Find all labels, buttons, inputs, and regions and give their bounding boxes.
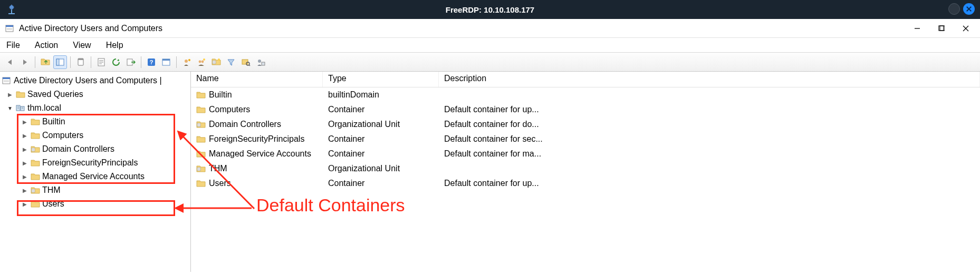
domain-icon: [16, 104, 25, 112]
menu-view[interactable]: View: [71, 40, 93, 51]
list-item[interactable]: UsersContainerDefault container for up..…: [191, 176, 980, 191]
tree-label: Users: [42, 199, 64, 209]
list-item[interactable]: Managed Service AccountsContainerDefault…: [191, 146, 980, 161]
tree-root[interactable]: Active Directory Users and Computers |: [1, 74, 189, 87]
folder-icon: [31, 200, 40, 208]
list-item[interactable]: ForeignSecurityPrincipalsContainerDefaul…: [191, 132, 980, 146]
add-to-group-button[interactable]: [254, 55, 267, 69]
help-button[interactable]: ?: [145, 55, 158, 69]
expand-icon[interactable]: ▶: [21, 132, 28, 139]
outer-close-button[interactable]: [963, 3, 975, 15]
expand-icon[interactable]: ▶: [21, 118, 28, 125]
properties-button[interactable]: [94, 55, 108, 69]
expand-icon[interactable]: ▶: [21, 159, 28, 167]
folder-icon: [196, 179, 206, 188]
item-description: [439, 94, 980, 96]
outer-minimize-button[interactable]: [948, 3, 960, 15]
folder-icon: [196, 135, 206, 143]
list-item[interactable]: BuiltinbuiltinDomain: [191, 87, 980, 102]
svg-rect-16: [162, 59, 170, 61]
ou-icon: [31, 145, 40, 153]
window-titlebar: Active Directory Users and Computers: [0, 19, 980, 38]
tree-builtin[interactable]: ▶ Builtin: [1, 115, 189, 129]
list-item[interactable]: Domain ControllersOrganizational UnitDef…: [191, 117, 980, 132]
expand-icon[interactable]: ▶: [21, 187, 28, 194]
item-description: Default container for up...: [439, 104, 980, 115]
up-level-button[interactable]: [39, 55, 52, 69]
main-area: Active Directory Users and Computers | ▶…: [0, 72, 980, 272]
new-ou-button[interactable]: [209, 55, 223, 69]
expand-icon[interactable]: ▶: [21, 200, 28, 208]
item-name: ForeignSecurityPrincipals: [209, 134, 304, 144]
column-name[interactable]: Name: [191, 72, 323, 87]
tree-thm[interactable]: ▶ THM: [1, 183, 189, 197]
item-name: Managed Service Accounts: [209, 149, 311, 159]
item-type: Container: [323, 148, 439, 160]
new-user-button[interactable]: [180, 55, 194, 69]
collapse-icon[interactable]: ▼: [6, 104, 14, 112]
mmc-icon: [2, 76, 12, 85]
app-icon: [5, 3, 18, 16]
item-name: Domain Controllers: [209, 120, 281, 129]
tree-domain-controllers[interactable]: ▶ Domain Controllers: [1, 142, 189, 156]
outer-titlebar: FreeRDP: 10.10.108.177: [0, 0, 980, 19]
svg-rect-6: [940, 26, 945, 31]
list-item[interactable]: THMOrganizational Unit: [191, 161, 980, 176]
menu-file[interactable]: File: [4, 40, 22, 51]
column-type[interactable]: Type: [323, 72, 439, 87]
folder-icon: [31, 172, 40, 181]
export-list-button[interactable]: [124, 55, 138, 69]
expand-icon[interactable]: ▶: [6, 91, 14, 98]
maximize-button[interactable]: [929, 21, 954, 36]
tree-label: Computers: [42, 131, 83, 140]
svg-rect-10: [78, 58, 83, 60]
item-name: THM: [209, 164, 227, 173]
ou-icon: [31, 186, 40, 194]
svg-point-21: [203, 58, 205, 61]
svg-rect-26: [262, 62, 265, 65]
mmc-icon: [5, 24, 15, 33]
toolbar: ?: [0, 53, 980, 72]
tree-msa[interactable]: ▶ Managed Service Accounts: [1, 170, 189, 183]
back-button[interactable]: [3, 55, 17, 69]
ou-icon: [196, 120, 206, 129]
item-description: Default container for ma...: [439, 148, 980, 160]
expand-icon[interactable]: ▶: [21, 173, 28, 180]
refresh-button[interactable]: [109, 55, 123, 69]
tree-label: thm.local: [27, 103, 61, 113]
menu-help[interactable]: Help: [104, 40, 126, 51]
tree-label: Managed Service Accounts: [42, 172, 145, 181]
folder-icon: [31, 131, 40, 140]
item-description: Default container for up...: [439, 178, 980, 189]
folder-icon: [31, 159, 40, 167]
item-type: Organizational Unit: [323, 163, 439, 174]
tree-computers[interactable]: ▶ Computers: [1, 129, 189, 142]
outer-title: FreeRDP: 10.10.108.177: [446, 5, 534, 14]
column-description[interactable]: Description: [439, 72, 980, 87]
expand-icon[interactable]: ▶: [21, 145, 28, 153]
close-button[interactable]: [954, 21, 978, 36]
ou-icon: [196, 164, 206, 173]
tree-domain[interactable]: ▼ thm.local: [1, 101, 189, 115]
item-type: builtinDomain: [323, 89, 439, 101]
minimize-button[interactable]: [905, 21, 929, 36]
tree-fsp[interactable]: ▶ ForeignSecurityPrincipals: [1, 156, 189, 170]
show-hide-tree-button[interactable]: [53, 55, 67, 69]
item-type: Container: [323, 178, 439, 189]
tree-saved-queries[interactable]: ▶ Saved Queries: [1, 87, 189, 101]
tree-users[interactable]: ▶ Users: [1, 197, 189, 211]
cut-button[interactable]: [74, 55, 88, 69]
forward-button[interactable]: [18, 55, 32, 69]
svg-point-17: [185, 60, 188, 63]
filter-button[interactable]: [224, 55, 238, 69]
list-item[interactable]: ComputersContainerDefault container for …: [191, 102, 980, 117]
list-pane: Name Type Description BuiltinbuiltinDoma…: [191, 72, 980, 272]
new-group-button[interactable]: [195, 55, 208, 69]
window-title: Active Directory Users and Computers: [19, 24, 162, 33]
tree-label: Saved Queries: [27, 90, 83, 99]
menu-action[interactable]: Action: [33, 40, 60, 51]
item-name: Users: [209, 179, 231, 188]
item-description: [439, 168, 980, 170]
find-button[interactable]: [159, 55, 173, 69]
search-button[interactable]: [239, 55, 253, 69]
